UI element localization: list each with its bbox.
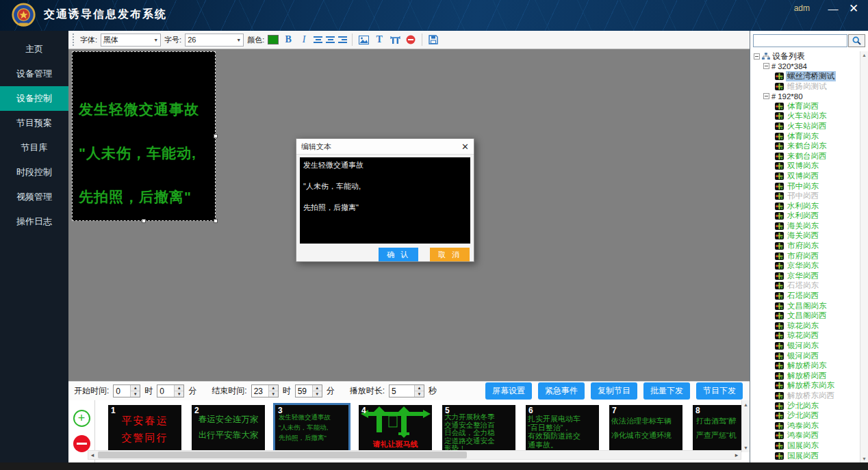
led-preview-panel[interactable]: 发生轻微交通事故"人未伤，车能动,先拍照，后撤离" <box>72 51 216 221</box>
dialog-title-bar[interactable]: 编辑文本 ✕ <box>296 139 474 155</box>
step-up-icon[interactable]: ▲ <box>269 385 278 391</box>
font-select[interactable]: 黑体 ▼ <box>101 34 161 47</box>
align-right-icon[interactable] <box>338 34 347 46</box>
device-tree-item[interactable]: 市府岗西 <box>750 251 860 261</box>
device-tree-item[interactable]: 海关岗西 <box>750 231 860 241</box>
sidebar-item[interactable]: 设备控制 <box>0 86 68 111</box>
collapse-icon[interactable] <box>763 93 769 99</box>
delete-icon[interactable] <box>405 34 417 46</box>
step-up-icon[interactable]: ▲ <box>175 385 183 391</box>
sidebar-item[interactable]: 时段控制 <box>0 160 68 185</box>
device-search-input[interactable] <box>753 34 847 47</box>
device-tree-item[interactable]: 鸿泰岗东 <box>750 421 860 431</box>
sidebar-item[interactable]: 节目预案 <box>0 111 68 135</box>
bold-button[interactable]: B <box>282 34 294 46</box>
action-button[interactable]: 屏幕设置 <box>485 382 532 400</box>
device-tree-item[interactable]: 国展岗西 <box>750 451 860 461</box>
sidebar-item[interactable]: 设备管理 <box>0 62 68 86</box>
action-button[interactable]: 节目下发 <box>696 382 743 400</box>
device-tree-item[interactable]: 沙北岗西 <box>750 410 860 421</box>
device-tree-item[interactable]: 来鹤台岗东 <box>750 141 860 151</box>
device-tree-item[interactable]: 解放桥东岗东 <box>750 381 860 391</box>
step-up-icon[interactable]: ▲ <box>313 385 322 391</box>
sidebar-item[interactable]: 视频管理 <box>0 185 68 209</box>
align-center-icon[interactable] <box>326 34 335 46</box>
confirm-button[interactable]: 确 认 <box>379 248 418 261</box>
program-thumbnail[interactable]: 2 <box>192 405 265 450</box>
step-up-icon[interactable]: ▲ <box>415 385 424 391</box>
action-button[interactable]: 复制节目 <box>591 382 637 400</box>
action-button[interactable]: 批量下发 <box>643 382 690 400</box>
resize-handle-bottom[interactable] <box>142 219 146 223</box>
device-tree-item[interactable]: 解放桥岗西 <box>750 371 860 381</box>
sidebar-item[interactable]: 主页 <box>0 37 68 62</box>
device-tree-item[interactable]: 双博岗西 <box>750 171 860 181</box>
scroll-left-icon[interactable]: ◂ <box>88 452 97 458</box>
text-editor-area[interactable]: 发生轻微交通事故"人未伤，车能动,先拍照，后撤离" <box>300 157 470 244</box>
thumbnails-horizontal-scrollbar[interactable]: ◂ ▸ <box>88 450 741 460</box>
collapse-icon[interactable] <box>763 63 769 69</box>
action-button[interactable]: 紧急事件 <box>538 382 585 400</box>
collapse-icon[interactable] <box>754 53 760 60</box>
resize-handle-corner[interactable] <box>214 219 218 223</box>
device-tree-item[interactable]: 邗中岗西 <box>750 191 860 201</box>
device-tree-item[interactable]: 市府岗东 <box>750 241 860 251</box>
device-tree-item[interactable]: 国展岗东 <box>750 441 860 451</box>
device-tree-item[interactable]: 京华岗东 <box>750 261 860 271</box>
sidebar-item[interactable]: 节目库 <box>0 135 68 160</box>
scrollbar-thumb[interactable] <box>98 452 467 458</box>
device-tree-item[interactable]: 解放桥岗东 <box>750 361 860 371</box>
device-tree-item[interactable]: 火车站岗东 <box>750 112 860 122</box>
thumbnails-vertical-scrollbar[interactable]: ▲ ▼ <box>741 400 750 452</box>
device-tree-item[interactable]: 来鹤台岗西 <box>750 151 860 161</box>
scroll-down-icon[interactable]: ▼ <box>743 445 748 450</box>
scroll-up-icon[interactable]: ▲ <box>743 402 748 407</box>
program-thumbnail[interactable]: 4 <box>359 405 432 450</box>
dialog-close-icon[interactable]: ✕ <box>461 142 469 152</box>
device-tree-item[interactable]: 文昌阁岗西 <box>750 311 860 321</box>
tree-root-row[interactable]: 设备列表 <box>750 51 860 62</box>
save-icon[interactable] <box>427 34 439 46</box>
marquee-icon[interactable] <box>389 34 401 46</box>
device-tree-item[interactable]: 火车站岗西 <box>750 121 860 131</box>
scroll-up-icon[interactable]: ▲ <box>862 53 867 57</box>
device-tree-item[interactable]: 京华岗西 <box>750 271 860 281</box>
program-thumbnail[interactable]: 1 <box>108 405 181 450</box>
device-tree-item[interactable]: 螺丝湾桥测试 <box>750 71 860 81</box>
step-down-icon[interactable]: ▼ <box>269 391 278 397</box>
device-tree-item[interactable]: 海关岗东 <box>750 221 860 231</box>
design-canvas[interactable]: 发生轻微交通事故"人未伤，车能动,先拍照，后撤离" 编辑文本 ✕ 发生轻微交通事… <box>68 49 750 381</box>
size-select[interactable]: 26 ▼ <box>185 34 244 47</box>
cancel-button[interactable]: 取 消 <box>430 248 470 261</box>
end-minute-stepper[interactable]: 59 ▲▼ <box>295 384 322 397</box>
color-swatch[interactable] <box>268 35 279 44</box>
device-tree-item[interactable]: 维扬岗测试 <box>750 81 860 92</box>
tree-scrollbar[interactable]: ▲ ▼ <box>860 51 868 462</box>
image-icon[interactable] <box>357 34 370 46</box>
device-tree-item[interactable]: 解放桥东岗西 <box>750 391 860 401</box>
add-program-button[interactable]: + <box>73 410 90 427</box>
sidebar-item[interactable]: 操作日志 <box>0 209 68 234</box>
step-down-icon[interactable]: ▼ <box>415 391 424 397</box>
tree-group-row[interactable]: # 320*384 <box>750 62 860 72</box>
device-tree-item[interactable]: 琼花岗西 <box>750 331 860 341</box>
device-tree-item[interactable]: 水利岗东 <box>750 201 860 211</box>
step-down-icon[interactable]: ▼ <box>313 391 322 397</box>
device-tree-item[interactable]: 银河岗东 <box>750 341 860 351</box>
device-tree-item[interactable]: 琼花岗东 <box>750 321 860 331</box>
resize-handle-right[interactable] <box>214 134 218 138</box>
program-thumbnail[interactable]: 5 <box>442 405 515 450</box>
device-tree-item[interactable]: 鸿泰岗西 <box>750 431 860 441</box>
tree-group-row[interactable]: # 192*80 <box>750 91 860 101</box>
start-minute-stepper[interactable]: 0 ▲▼ <box>157 384 184 397</box>
device-tree-item[interactable]: 石塔岗西 <box>750 291 860 301</box>
scroll-down-icon[interactable]: ▼ <box>862 456 867 461</box>
step-up-icon[interactable]: ▲ <box>131 385 140 391</box>
device-tree-item[interactable]: 石塔岗东 <box>750 281 860 291</box>
align-left-icon[interactable] <box>314 34 322 46</box>
end-hour-stepper[interactable]: 23 ▲▼ <box>251 384 279 397</box>
search-button[interactable] <box>848 34 865 47</box>
device-tree-item[interactable]: 邗中岗东 <box>750 181 860 192</box>
device-tree-item[interactable]: 文昌阁岗东 <box>750 301 860 311</box>
device-tree-item[interactable]: 水利岗西 <box>750 211 860 222</box>
